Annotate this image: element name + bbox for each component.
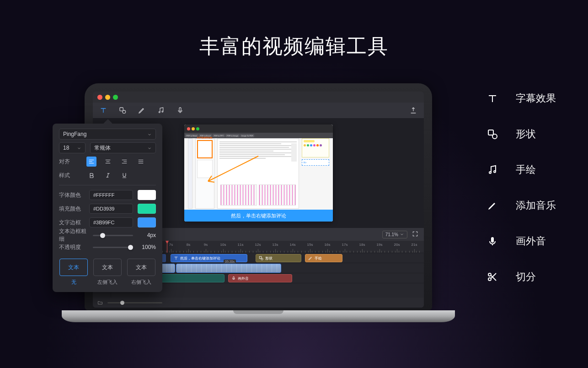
ruler-tick: 13s [267, 243, 284, 253]
feature-shape: 形状 [486, 127, 556, 141]
tool-pencil-icon[interactable] [138, 106, 146, 114]
fullscreen-button[interactable] [412, 231, 418, 238]
hi-box: Hi~ [302, 159, 329, 166]
text-color-label: 字体颜色 [59, 191, 85, 199]
zoom-value: 71.1% [385, 232, 398, 237]
feature-list: 字幕效果 形状 手绘 添加音乐 画外音 切分 [486, 92, 556, 284]
ruler-tick: 15s [301, 243, 319, 253]
font-weight-value: 常规体 [94, 144, 111, 152]
align-left-icon[interactable] [86, 157, 96, 167]
maximize-dot-icon[interactable] [113, 95, 118, 100]
ruler-tick: 11s [232, 243, 249, 253]
video-timestamp: 05:20s [224, 260, 236, 264]
anim-tab-flyleft[interactable]: 文本 左侧飞入 [93, 259, 122, 286]
arrow-annotation [203, 154, 263, 186]
ruler-tick: 10s [214, 243, 232, 253]
feature-label: 字幕效果 [516, 92, 556, 105]
anim-tab-flyright[interactable]: 文本 右侧飞入 [127, 259, 156, 286]
feature-label: 画外音 [516, 234, 546, 248]
pencil-icon [486, 200, 498, 211]
border-color-hex[interactable]: #3B99FC [89, 217, 133, 227]
chevron-down-icon [147, 132, 152, 136]
font-family-select[interactable]: PingFang [59, 129, 156, 140]
ruler-tick: 9s [197, 243, 214, 253]
align-label: 对齐 [59, 158, 82, 166]
tool-mic-icon[interactable] [176, 106, 184, 114]
clip-video-2[interactable] [176, 264, 281, 273]
border-color-swatch[interactable] [138, 217, 156, 227]
tool-music-icon[interactable] [157, 106, 165, 114]
anim-tab-caption: 右侧飞入 [131, 279, 151, 286]
ruler-tick: 21s [406, 243, 423, 253]
minimize-dot-icon[interactable] [105, 95, 110, 100]
close-dot-icon[interactable] [97, 95, 102, 100]
font-size-value: 18 [63, 145, 69, 151]
highlight-badge [304, 140, 315, 142]
italic-icon[interactable] [103, 170, 113, 180]
feature-voiceover: 画外音 [486, 234, 556, 248]
align-right-icon[interactable] [119, 157, 129, 167]
chevron-down-icon [147, 146, 152, 150]
shape-icon [486, 128, 498, 140]
animation-tabs: 文本 无 文本 左侧飞入 文本 右侧飞入 [59, 259, 156, 286]
svg-point-2 [489, 172, 491, 173]
tool-text-icon[interactable] [99, 106, 107, 114]
feature-split: 切分 [486, 270, 556, 284]
ruler-tick: 7s [162, 243, 180, 253]
ruler-tick: 12s [249, 243, 267, 253]
underline-icon[interactable] [119, 170, 129, 180]
export-icon[interactable] [409, 106, 417, 114]
text-style-panel: PingFang 18 常规体 对齐 样式 字体颜色 #FF [53, 124, 162, 292]
font-weight-select[interactable]: 常规体 [90, 142, 156, 153]
ruler-tick: 17s [336, 243, 353, 253]
svg-point-3 [494, 171, 496, 173]
clip-shape[interactable]: 形状 [256, 254, 301, 262]
clip-voiceover[interactable]: 画外音 [228, 274, 292, 282]
window-titlebar [93, 92, 424, 103]
opacity-slider[interactable] [93, 247, 133, 248]
font-size-select[interactable]: 18 [59, 142, 86, 153]
svg-point-9 [159, 112, 160, 113]
ruler-tick: 16s [319, 243, 336, 253]
feature-label: 形状 [516, 127, 536, 141]
tool-shape-icon[interactable] [118, 106, 127, 114]
svg-rect-11 [179, 108, 181, 111]
zoom-slider[interactable] [107, 302, 162, 303]
text-color-swatch[interactable] [138, 190, 156, 200]
folder-icon[interactable] [97, 300, 103, 305]
feature-music: 添加音乐 [486, 199, 556, 212]
svg-point-15 [261, 258, 263, 260]
ruler-tick: 20s [388, 243, 406, 253]
feature-label: 切分 [516, 270, 536, 284]
ruler-tick: 19s [371, 243, 388, 253]
align-center-icon[interactable] [103, 157, 113, 167]
text-icon [486, 92, 498, 104]
app-toolbar [93, 103, 424, 118]
fill-color-label: 填充颜色 [59, 205, 85, 213]
font-family-value: PingFang [63, 131, 86, 137]
svg-point-1 [492, 134, 497, 139]
fill-color-swatch[interactable] [138, 204, 156, 214]
border-width-slider[interactable] [93, 235, 133, 236]
svg-rect-7 [120, 108, 123, 111]
zoom-dropdown[interactable]: 71.1% [382, 231, 407, 238]
ruler-tick: 8s [180, 243, 197, 253]
anim-tab-caption: 左侧飞入 [97, 279, 118, 286]
anim-tab-box: 文本 [127, 259, 155, 276]
text-color-hex[interactable]: #FFFFFF [89, 190, 133, 200]
border-width-label: 文本边框粗细 [59, 227, 88, 243]
feature-subtitle: 字幕效果 [486, 92, 556, 105]
svg-point-10 [162, 111, 163, 112]
anim-tab-none[interactable]: 文本 无 [59, 259, 88, 286]
align-justify-icon[interactable] [136, 157, 146, 167]
bold-icon[interactable] [86, 170, 96, 180]
svg-point-8 [123, 110, 126, 114]
border-width-value: 4px [138, 232, 156, 238]
clip-draw[interactable]: 手绘 [305, 254, 342, 262]
border-color-label: 文字边框 [59, 219, 85, 227]
bottom-bar [93, 298, 424, 308]
preview-document: PDF to WordPDF to ExcelPDF to PPTPDF to … [184, 124, 333, 222]
fill-color-hex[interactable]: #DD3939 [89, 204, 133, 214]
svg-rect-20 [233, 276, 235, 279]
opacity-value: 100% [138, 244, 156, 250]
